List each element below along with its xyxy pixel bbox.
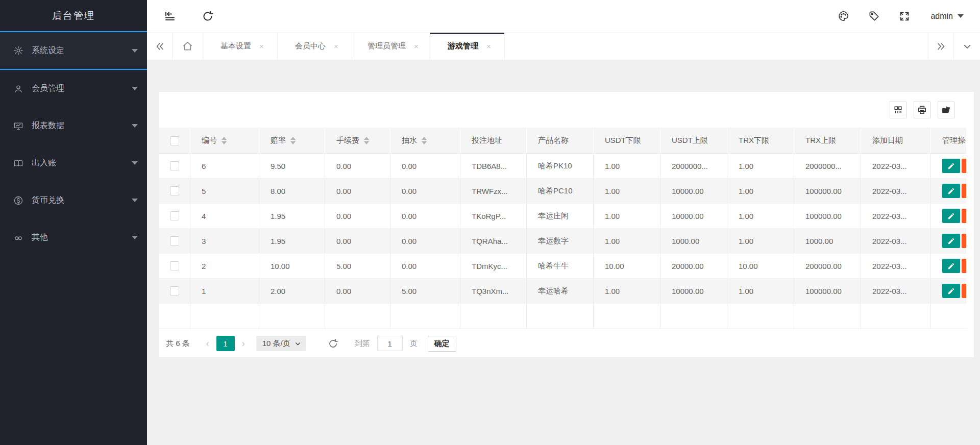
column-header-fee[interactable]: 手续费 bbox=[325, 128, 390, 153]
delete-button[interactable] bbox=[962, 259, 966, 273]
cell-address: TKoRgP... bbox=[460, 204, 527, 229]
cell-fee: 0.00 bbox=[325, 229, 390, 254]
delete-button[interactable] bbox=[962, 209, 966, 223]
cell-odds: 9.50 bbox=[259, 154, 325, 179]
edit-button[interactable] bbox=[942, 159, 960, 173]
tab-label: 管理员管理 bbox=[368, 41, 406, 51]
export-icon[interactable] bbox=[938, 102, 954, 118]
tab-menu-icon[interactable] bbox=[953, 33, 980, 60]
columns-filter-icon[interactable] bbox=[890, 102, 906, 118]
row-checkbox[interactable] bbox=[170, 211, 179, 220]
empty-cell bbox=[159, 304, 190, 329]
sidebar-item-ledger[interactable]: 出入账 bbox=[0, 144, 147, 182]
cell-rake: 0.00 bbox=[390, 204, 460, 229]
sort-icon[interactable] bbox=[290, 137, 296, 144]
cell-usdt_min: 1.00 bbox=[594, 279, 660, 304]
delete-button[interactable] bbox=[962, 184, 966, 198]
edit-button[interactable] bbox=[942, 259, 960, 273]
home-tab[interactable] bbox=[173, 33, 203, 60]
table-body: 69.500.000.00TDB6A8...哈希PK101.002000000.… bbox=[159, 154, 966, 304]
delete-button[interactable] bbox=[962, 159, 966, 173]
tag-icon[interactable] bbox=[866, 0, 881, 32]
prev-page-icon[interactable]: ‹ bbox=[202, 338, 213, 349]
table-row: 41.950.000.00TKoRgP...幸运庄闲1.0010000.001.… bbox=[159, 204, 966, 229]
column-header-trx_min: TRX下限 bbox=[727, 128, 794, 153]
close-icon[interactable]: × bbox=[259, 42, 264, 50]
tab-basic-settings[interactable]: 基本设置 × bbox=[203, 33, 278, 60]
print-icon[interactable] bbox=[914, 102, 930, 118]
refresh-icon[interactable] bbox=[196, 0, 219, 32]
row-checkbox[interactable] bbox=[170, 186, 179, 195]
row-checkbox[interactable] bbox=[170, 236, 179, 245]
confirm-jump-button[interactable]: 确定 bbox=[428, 336, 456, 352]
theme-palette-icon[interactable] bbox=[836, 0, 851, 32]
game-management-card: 编号赔率手续费抽水投注地址产品名称USDT下限USDT上限TRX下限TRX上限添… bbox=[159, 92, 974, 357]
cell-fee: 0.00 bbox=[325, 179, 390, 204]
column-label: 手续费 bbox=[336, 136, 359, 145]
sort-icon[interactable] bbox=[364, 137, 369, 144]
edit-button[interactable] bbox=[942, 284, 960, 298]
app-title: 后台管理 bbox=[0, 0, 147, 32]
sidebar-item-label: 系统设定 bbox=[32, 45, 132, 56]
row-checkbox-cell bbox=[159, 179, 190, 204]
sort-icon[interactable] bbox=[222, 137, 227, 144]
column-header-odds[interactable]: 赔率 bbox=[259, 128, 325, 153]
row-checkbox[interactable] bbox=[170, 161, 179, 170]
tab-label: 基本设置 bbox=[220, 41, 251, 51]
sort-icon[interactable] bbox=[422, 137, 427, 144]
table-filler-row bbox=[159, 304, 966, 329]
next-page-icon[interactable]: › bbox=[238, 338, 249, 349]
column-header-rake[interactable]: 抽水 bbox=[390, 128, 460, 153]
select-all-checkbox[interactable] bbox=[170, 136, 179, 145]
close-icon[interactable]: × bbox=[486, 42, 491, 50]
scroll-tabs-left-icon[interactable] bbox=[147, 33, 173, 60]
empty-cell bbox=[325, 304, 390, 329]
cell-trx_max: 100000.00 bbox=[794, 204, 861, 229]
row-checkbox[interactable] bbox=[170, 261, 179, 270]
user-menu[interactable]: admin bbox=[927, 0, 967, 32]
sidebar-item-other[interactable]: 其他 bbox=[0, 219, 147, 256]
cell-usdt_max: 10000.00 bbox=[660, 204, 727, 229]
delete-button[interactable] bbox=[962, 234, 966, 248]
edit-pencil-icon bbox=[947, 162, 955, 170]
sidebar-item-members[interactable]: 会员管理 bbox=[0, 70, 147, 107]
edit-pencil-icon bbox=[947, 262, 955, 270]
edit-button[interactable] bbox=[942, 209, 960, 223]
cell-address: TDmKyc... bbox=[460, 254, 527, 279]
refresh-table-icon[interactable] bbox=[328, 338, 338, 349]
sidebar-item-system-settings[interactable]: 系统设定 bbox=[0, 32, 147, 70]
cell-usdt_max: 1000.00 bbox=[660, 229, 727, 254]
chevron-down-icon bbox=[132, 236, 138, 239]
infinity-icon bbox=[13, 233, 23, 243]
chevron-down-icon bbox=[295, 340, 301, 347]
empty-cell bbox=[794, 304, 861, 329]
current-page-button[interactable]: 1 bbox=[216, 336, 235, 351]
chevron-down-icon bbox=[132, 124, 138, 128]
jump-page-input[interactable] bbox=[377, 336, 403, 351]
cell-product: 哈希牛牛 bbox=[527, 254, 594, 279]
scroll-tabs-right-icon[interactable] bbox=[928, 33, 953, 60]
tabbar: 基本设置 × 会员中心 × 管理员管理 × 游戏管理 × bbox=[147, 32, 980, 60]
tab-admin-management[interactable]: 管理员管理 × bbox=[352, 33, 430, 60]
column-label: 抽水 bbox=[402, 136, 417, 145]
close-icon[interactable]: × bbox=[414, 42, 419, 50]
delete-button[interactable] bbox=[962, 284, 966, 298]
cell-usdt_max: 20000.00 bbox=[660, 254, 727, 279]
edit-pencil-icon bbox=[947, 212, 955, 220]
tab-game-management[interactable]: 游戏管理 × bbox=[430, 33, 505, 60]
row-checkbox[interactable] bbox=[170, 286, 179, 295]
collapse-sidebar-icon[interactable] bbox=[158, 0, 182, 32]
edit-button[interactable] bbox=[942, 234, 960, 248]
close-icon[interactable]: × bbox=[334, 42, 338, 50]
fullscreen-icon[interactable] bbox=[897, 0, 912, 32]
cell-usdt_max: 2000000... bbox=[660, 154, 727, 179]
sidebar-item-currency-exchange[interactable]: 货币兑换 bbox=[0, 182, 147, 219]
tab-member-center[interactable]: 会员中心 × bbox=[278, 33, 352, 60]
select-all-header-cell bbox=[159, 128, 190, 153]
page-size-select[interactable]: 10 条/页 bbox=[256, 336, 306, 351]
cell-rake: 0.00 bbox=[390, 154, 460, 179]
sidebar-item-reports[interactable]: 报表数据 bbox=[0, 107, 147, 144]
column-header-id[interactable]: 编号 bbox=[190, 128, 259, 153]
edit-button[interactable] bbox=[942, 184, 960, 198]
pagination: 共 6 条 ‹ 1 › 10 条/页 到第 页 确定 bbox=[159, 329, 974, 358]
